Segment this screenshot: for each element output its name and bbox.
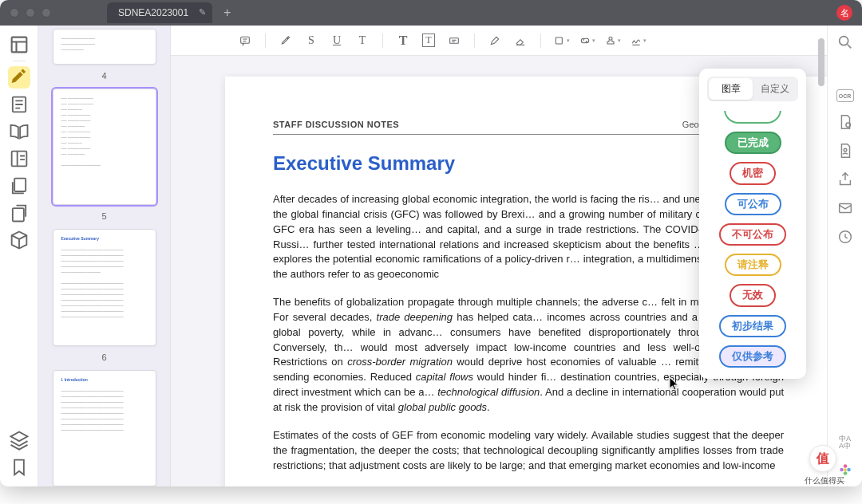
scrollbar-thumb[interactable] [818, 38, 824, 86]
stamp-popover: 图章 自定义 已完成机密可公布不可公布请注释无效初步结果仅供参考 [699, 69, 806, 379]
highlighter-icon[interactable] [275, 30, 296, 51]
page-thumbnail[interactable]: Executive Summary───────────────────────… [53, 229, 156, 345]
tab-title: SDNEA2023001 [118, 7, 188, 18]
textbox-icon[interactable]: T [418, 30, 439, 51]
vertical-scrollbar[interactable] [817, 35, 825, 477]
body-paragraph: Estimates of the costs of GEF from econo… [273, 428, 784, 474]
stack-copy-icon[interactable] [8, 175, 30, 197]
mail-icon[interactable] [836, 199, 854, 217]
svg-line-21 [847, 45, 851, 49]
layers-icon[interactable] [8, 429, 30, 451]
svg-rect-24 [839, 204, 851, 213]
pen-icon[interactable] [484, 30, 505, 51]
shape-dropdown[interactable]: ▾ [551, 30, 571, 51]
thumbnail-panel: ──────────────────────────────── 4 ── ──… [38, 26, 171, 486]
stamp-option[interactable]: 初步结果 [719, 315, 786, 337]
svg-point-28 [847, 468, 851, 472]
page-header-left: STAFF DISCUSSION NOTES [273, 120, 399, 129]
file-person-icon[interactable] [836, 142, 854, 159]
segment-stamp[interactable]: 图章 [709, 78, 753, 100]
signature-dropdown[interactable]: ▾ [627, 30, 648, 51]
clock-icon[interactable] [836, 228, 854, 246]
svg-point-20 [839, 37, 848, 45]
page-thumbnail[interactable]: I. Introduction─────────────────────────… [53, 370, 156, 486]
squiggly-icon[interactable]: T [352, 30, 373, 51]
link-dropdown[interactable]: ▾ [576, 30, 597, 51]
stamp-option[interactable]: 机密 [730, 162, 776, 184]
segment-custom[interactable]: 自定义 [753, 78, 797, 100]
minimize-dot[interactable] [26, 8, 35, 18]
edit-tab-icon[interactable]: ✎ [199, 7, 206, 18]
new-tab-button[interactable]: + [223, 6, 231, 20]
underline-icon[interactable]: U [326, 30, 347, 51]
search-icon[interactable] [836, 33, 854, 51]
right-tool-rail: OCR 中AA中 [827, 26, 862, 486]
svg-rect-17 [556, 37, 562, 44]
share-icon[interactable] [836, 171, 854, 188]
ocr-icon[interactable]: OCR [836, 89, 854, 102]
site-watermark: 值 什么值得买 [803, 445, 844, 486]
strikethrough-icon[interactable]: S [301, 30, 322, 51]
book-open-icon[interactable] [8, 120, 30, 143]
left-tool-rail [0, 26, 38, 486]
svg-rect-13 [450, 37, 459, 43]
panel-list-icon[interactable] [8, 148, 30, 170]
svg-point-18 [609, 37, 612, 40]
chat-note-icon[interactable] [235, 30, 255, 51]
bookmark-icon[interactable] [8, 456, 30, 478]
stamp-option[interactable]: 不可公布 [719, 223, 786, 246]
page-number: 5 [101, 211, 106, 221]
stamp-option[interactable]: 无效 [730, 284, 776, 306]
user-avatar[interactable]: 名 [836, 5, 852, 21]
document-tab[interactable]: SDNEA2023001 ✎ [107, 2, 212, 23]
annotation-toolbar: S U T T T ▾ ▾ ▾ ▾ [171, 26, 827, 56]
close-dot[interactable] [10, 8, 19, 18]
stamp-option[interactable]: 仅供参考 [719, 345, 786, 368]
popover-segmented-control: 图章 自定义 [707, 77, 798, 101]
form-field-icon[interactable] [444, 30, 465, 51]
svg-point-23 [844, 148, 847, 152]
zoom-dot[interactable] [42, 8, 51, 18]
eraser-icon[interactable] [510, 30, 531, 51]
file-badge-icon[interactable] [836, 113, 854, 131]
svg-rect-10 [241, 37, 250, 43]
svg-rect-9 [12, 208, 23, 221]
stamp-option[interactable]: 可公布 [725, 193, 781, 215]
svg-rect-0 [11, 37, 26, 53]
stamp-dropdown[interactable]: ▾ [602, 30, 623, 51]
window-titlebar: SDNEA2023001 ✎ + 名 [0, 0, 862, 26]
highlight-icon[interactable] [8, 66, 30, 89]
svg-rect-4 [11, 152, 26, 167]
svg-rect-8 [14, 179, 26, 191]
stamp-option[interactable]: 已完成 [725, 132, 781, 154]
page-number: 6 [101, 352, 106, 362]
page-thumbnail[interactable]: ── ─────────── ─────────── ─────── ─────… [53, 89, 156, 205]
cube-outline-icon[interactable] [8, 229, 30, 251]
page-thumbnail[interactable]: ──────────────────────────────── [53, 29, 156, 65]
traffic-lights [10, 8, 51, 18]
page-number: 4 [101, 71, 106, 81]
text-icon[interactable]: T [393, 30, 413, 51]
note-edit-icon[interactable] [8, 93, 30, 116]
stack-rotate-icon[interactable] [8, 202, 30, 224]
page-layout-icon[interactable] [8, 33, 30, 56]
stamp-option[interactable]: 请注释 [725, 254, 781, 276]
